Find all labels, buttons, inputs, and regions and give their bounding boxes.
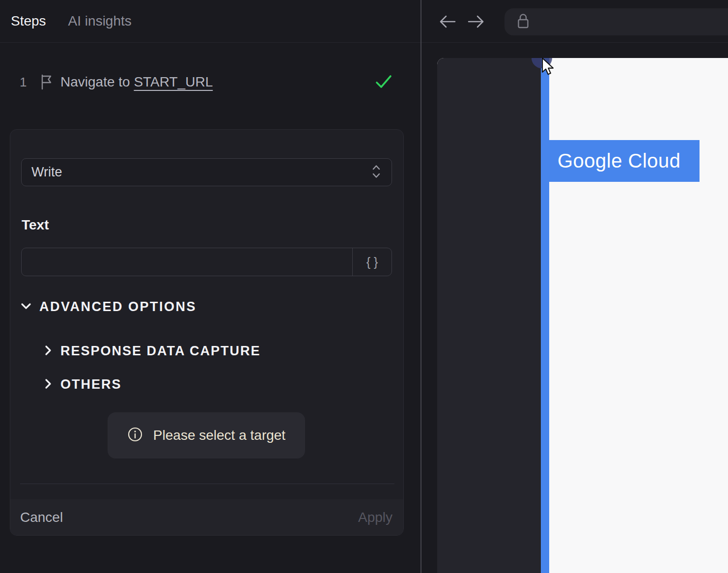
chevron-down-icon	[21, 303, 31, 312]
cancel-button[interactable]: Cancel	[20, 510, 63, 525]
advanced-options-label: ADVANCED OPTIONS	[39, 299, 196, 315]
back-arrow-icon[interactable]	[438, 14, 457, 31]
others-toggle[interactable]: OTHERS	[45, 377, 122, 392]
tab-steps[interactable]: Steps	[11, 13, 46, 29]
text-input-group: { }	[21, 248, 392, 276]
chevron-right-icon	[45, 378, 52, 392]
text-input[interactable]	[22, 248, 352, 276]
browser-chrome	[421, 0, 728, 43]
panel-tabs: Steps AI insights	[0, 0, 420, 43]
page-preview[interactable]: Google Cloud	[437, 58, 728, 573]
insert-variable-button[interactable]: { }	[352, 248, 392, 276]
advanced-options-toggle[interactable]: ADVANCED OPTIONS	[21, 299, 196, 315]
step-label: Navigate to START_URL	[60, 74, 213, 90]
preview-dark-sidebar	[437, 58, 541, 573]
tab-ai-insights[interactable]: AI insights	[68, 13, 132, 29]
cursor-icon	[540, 57, 557, 77]
response-data-capture-toggle[interactable]: RESPONSE DATA CAPTURE	[45, 344, 261, 359]
lock-icon	[517, 13, 530, 31]
action-type-select[interactable]: Write	[21, 158, 392, 186]
address-bar[interactable]	[504, 8, 728, 35]
text-field-label: Text	[22, 217, 49, 233]
step-row[interactable]: 1 Navigate to START_URL	[20, 72, 401, 92]
response-data-capture-label: RESPONSE DATA CAPTURE	[60, 344, 261, 359]
info-icon	[127, 427, 143, 444]
step-target-link[interactable]: START_URL	[134, 74, 213, 89]
highlight-stripe	[541, 58, 549, 573]
select-target-notice-text: Please select a target	[153, 428, 285, 443]
steps-panel: Steps AI insights 1 Navigate to START_UR…	[0, 0, 420, 573]
browser-panel: Google Cloud	[421, 0, 728, 573]
others-label: OTHERS	[60, 377, 122, 392]
highlighted-target-text: Google Cloud	[558, 150, 681, 172]
action-type-value: Write	[31, 165, 371, 180]
step-editor-card: Write Text { } ADVA	[10, 129, 404, 536]
footer-divider	[20, 484, 394, 484]
chevrons-up-down-icon	[371, 164, 382, 181]
chevron-right-icon	[45, 344, 52, 358]
apply-button[interactable]: Apply	[358, 510, 392, 525]
select-target-notice: Please select a target	[108, 412, 305, 458]
flag-icon	[40, 74, 52, 90]
forward-arrow-icon[interactable]	[467, 14, 485, 31]
editor-footer: Cancel Apply	[10, 499, 403, 535]
app-root: Steps AI insights 1 Navigate to START_UR…	[0, 0, 728, 573]
highlighted-target[interactable]: Google Cloud	[549, 140, 700, 182]
step-number: 1	[20, 75, 28, 90]
check-icon	[375, 74, 392, 90]
